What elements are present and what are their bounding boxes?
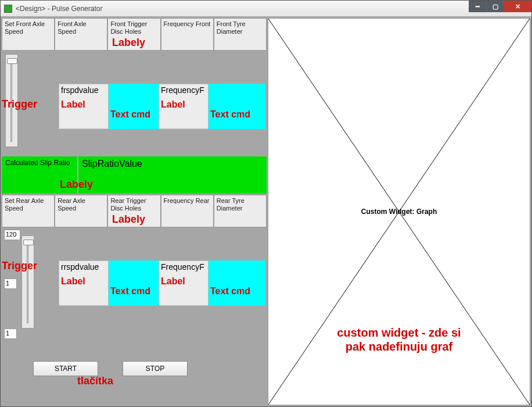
rear-trigger-holes-header: Rear Trigger Disc Holes: [107, 195, 160, 227]
minimize-button[interactable]: ━: [469, 1, 486, 12]
app-window: <Design> - Pulse Generator ━ ▢ ✕ Set Fro…: [0, 0, 532, 407]
annotation-tlacitka: tlačítka: [77, 375, 113, 387]
rear-textcmd-1[interactable]: Text cmd: [109, 260, 159, 306]
annotation-label: Label: [61, 99, 106, 110]
slip-ratio-label: Calculated Slip Ratio: [2, 156, 77, 194]
rear-header-row: Set Rear Axle Speed Rear Axle Speed Rear…: [2, 195, 267, 227]
graph-widget[interactable]: Custom Widget: Graph custom widget - zde…: [268, 18, 530, 405]
annotation-custom-widget: custom widget - zde si pak nadefinuju gr…: [268, 326, 530, 354]
stop-button[interactable]: STOP: [123, 361, 188, 376]
front-textcmd-1-label: Text cmd: [110, 109, 157, 120]
front-frequency-block: FrequencyF Label: [159, 84, 209, 129]
annotation-label: Label: [161, 276, 206, 287]
front-textcmd-2[interactable]: Text cmd: [209, 84, 265, 129]
front-axle-area: Trigger frspdvalue Label Text cmd Freque…: [2, 52, 267, 155]
front-frequency-header: Frequency Front: [161, 18, 214, 51]
slip-ratio-value: SlipRatioValue: [78, 156, 267, 194]
left-panel: Set Front Axle Speed Front Axle Speed Fr…: [2, 18, 267, 405]
window-title: <Design> - Pulse Generator: [16, 5, 102, 13]
slip-row: Calculated Slip Ratio SlipRatioValue Lab…: [2, 156, 267, 194]
front-speed-value-label: frspdvalue: [61, 85, 99, 95]
front-header-row: Set Front Axle Speed Front Axle Speed Fr…: [2, 18, 267, 51]
rear-num-bot[interactable]: 1: [4, 329, 17, 339]
graph-placeholder-label: Custom Widget: Graph: [361, 208, 437, 216]
start-button[interactable]: START: [33, 361, 98, 376]
rear-speed-slider[interactable]: [21, 235, 34, 329]
rear-frequency-header: Frequency Rear: [161, 195, 214, 227]
window-controls: ━ ▢ ✕: [469, 1, 531, 12]
rear-speed-value-label: rrspdvalue: [61, 262, 99, 272]
client-area: Set Front Axle Speed Front Axle Speed Fr…: [1, 17, 531, 406]
front-tyre-diameter-header: Front Tyre Diameter: [214, 18, 267, 51]
front-speed-slider[interactable]: [5, 54, 18, 147]
rear-textcmd-2[interactable]: Text cmd: [209, 260, 265, 306]
front-set-speed-header: Set Front Axle Speed: [2, 18, 55, 51]
front-trigger-holes-header: Front Trigger Disc Holes: [107, 18, 160, 51]
rear-frequency-block: FrequencyF Label: [159, 260, 209, 306]
front-speed-value-block: frspdvalue Label: [59, 84, 109, 129]
front-textcmd-2-label: Text cmd: [210, 109, 264, 120]
annotation-label: Label: [161, 99, 206, 110]
maximize-button[interactable]: ▢: [486, 1, 504, 12]
rear-frequency-label: FrequencyF: [161, 262, 204, 272]
annotation-label: Label: [61, 276, 106, 287]
rear-num-top[interactable]: 120: [4, 230, 20, 240]
rear-tyre-diameter-header: Rear Tyre Diameter: [214, 195, 267, 227]
close-button[interactable]: ✕: [504, 1, 531, 12]
titlebar: <Design> - Pulse Generator ━ ▢ ✕: [1, 1, 531, 17]
app-icon: [4, 5, 12, 13]
rear-axle-speed-header: Rear Axle Speed: [55, 195, 107, 227]
front-frequency-label: FrequencyF: [161, 85, 204, 95]
rear-axle-area: 120 1 1 Trigger rrspdvalue Label Text cm…: [2, 229, 267, 356]
rear-textcmd-1-label: Text cmd: [110, 286, 157, 297]
rear-num-mid[interactable]: 1: [4, 279, 17, 289]
rear-set-speed-header: Set Rear Axle Speed: [2, 195, 55, 227]
rear-textcmd-2-label: Text cmd: [210, 286, 264, 297]
button-row: START STOP tlačítka: [2, 358, 267, 384]
front-textcmd-1[interactable]: Text cmd: [109, 84, 159, 129]
rear-speed-value-block: rrspdvalue Label: [59, 260, 109, 306]
front-axle-speed-header: Front Axle Speed: [55, 18, 107, 51]
